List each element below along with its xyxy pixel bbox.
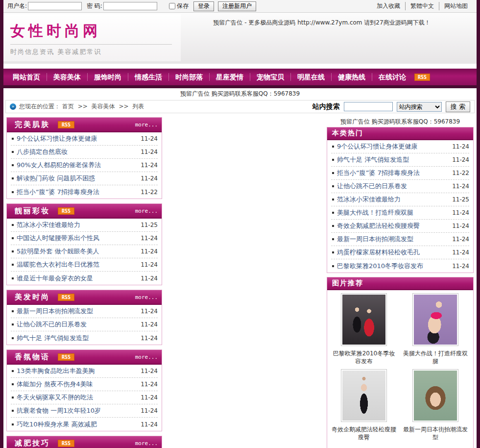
article-row: 拒当小“腹”婆 7招排毒瘦身法 11-22: [11, 185, 158, 199]
nav-item[interactable]: 服饰时尚: [88, 73, 128, 81]
breadcrumb-current[interactable]: 列表: [132, 103, 144, 110]
sidebar-ad-text[interactable]: 预留广告位 购买源码联系客服QQ：5967839: [327, 117, 474, 127]
photo-hairstyle[interactable]: [412, 369, 458, 422]
article-link[interactable]: 中国达人时髦腰带系出个性风: [17, 232, 99, 245]
more-link[interactable]: more...: [135, 294, 158, 300]
rss-badge[interactable]: RSS: [58, 294, 74, 301]
rss-badge[interactable]: RSS: [58, 121, 74, 128]
hot-article-row: 最新一周日本街拍潮流发型 11-24: [331, 233, 469, 246]
site-logo[interactable]: 女性时尚网: [10, 21, 181, 41]
article-link[interactable]: 90%女人都易犯的催老保养法: [17, 159, 101, 172]
bullet-icon: [12, 410, 14, 412]
article-link[interactable]: 13类丰胸食品吃出丰盈美胸: [17, 365, 95, 377]
photo-leg-workout[interactable]: [412, 293, 458, 346]
topbar-link[interactable]: 加入收藏: [372, 2, 405, 10]
article-date: 11-22: [138, 186, 158, 199]
rss-badge[interactable]: RSS: [58, 440, 74, 447]
more-link[interactable]: more...: [135, 122, 158, 128]
article-link[interactable]: 谁是近十年最会穿衣的女星: [17, 272, 93, 285]
hot-article-row: 9个公认坏习惯让身体更健康 11-24: [331, 140, 469, 153]
breadcrumb-home-link[interactable]: 首页: [62, 103, 74, 110]
more-link[interactable]: more...: [135, 208, 158, 214]
article-link[interactable]: 奇效企鹅减肥法轻松瘦腰瘦臀: [337, 220, 420, 232]
article-link[interactable]: 9个公认坏习惯让身体更健康: [337, 140, 417, 153]
password-input[interactable]: [103, 2, 157, 10]
nav-item[interactable]: 网站首页: [6, 73, 47, 81]
article-link[interactable]: 让他心跳不已的日系卷发: [17, 318, 87, 331]
rss-badge[interactable]: RSS: [58, 353, 74, 361]
logo-divider: [10, 44, 172, 45]
site-header: 女性时尚网 时尚信息资讯 美容减肥常识 预留广告位 - 更多极品商业源码 htt…: [3, 13, 477, 64]
breadcrumb-category-link[interactable]: 美容美体: [92, 103, 115, 110]
article-link[interactable]: 美腿大作战！打造纤瘦双腿: [337, 206, 413, 219]
rss-badge[interactable]: RSS: [58, 207, 74, 215]
article-link[interactable]: 5款明星外套 做个靓眼冬美人: [17, 245, 99, 258]
article-link[interactable]: 鸡蛋柠檬家居材料轻松收毛孔: [337, 246, 420, 259]
article-link[interactable]: 抗衰老食物 一周1次年轻10岁: [17, 404, 101, 417]
hot-box-title: 本类热门: [332, 129, 363, 138]
bullet-icon: [332, 225, 334, 227]
article-link[interactable]: 解读热门药妆 问题肌不困惑: [17, 172, 95, 185]
article-link[interactable]: 八步搞定自然底妆: [17, 146, 68, 158]
nav-item[interactable]: 在线讨论: [372, 73, 412, 81]
article-link[interactable]: 巧吃10种瘦身水果 高效减肥: [17, 418, 97, 431]
pic-caption-link[interactable]: 奇效企鹅减肥法轻松瘦腰瘦臀: [328, 425, 400, 441]
nav-item[interactable]: 宠物宝贝: [250, 73, 291, 81]
pic-caption-link[interactable]: 最新一周日本街拍潮流发型: [400, 425, 471, 441]
pic-caption-link[interactable]: 美腿大作战！打造纤瘦双腿: [400, 349, 471, 365]
header-ad-text[interactable]: 预留广告位 - 更多极品商业源码 http://www.27ym.com 请到2…: [185, 19, 459, 27]
article-date: 11-24: [449, 153, 469, 166]
register-button[interactable]: 注册新用户: [218, 1, 256, 11]
article-link[interactable]: 温暖驼色大衣衬出冬日优雅范: [17, 258, 99, 271]
article-link[interactable]: 让他心跳不已的日系卷发: [337, 180, 407, 193]
article-row: 范冰冰小宋佳谁最给力 11-25: [11, 219, 158, 232]
topbar-link[interactable]: 网站地图: [439, 2, 473, 10]
search-scope-select[interactable]: 站内搜索: [397, 102, 442, 112]
nav-item[interactable]: 明星在线: [291, 73, 332, 81]
remember-checkbox[interactable]: [169, 3, 175, 9]
nav-item[interactable]: 时尚部落: [169, 73, 210, 81]
article-link[interactable]: 最新一周日本街拍潮流发型: [17, 305, 93, 318]
nav-item[interactable]: 健康热线: [332, 73, 372, 81]
password-label: 密 码:: [87, 2, 102, 10]
search-input[interactable]: [344, 102, 393, 111]
article-link[interactable]: 范冰冰小宋佳谁最给力: [337, 193, 401, 206]
nav-item[interactable]: 星座爱情: [210, 73, 250, 81]
article-link[interactable]: 范冰冰小宋佳谁最给力: [17, 219, 80, 231]
article-link[interactable]: 最新一周日本街拍潮流发型: [337, 233, 413, 246]
photo-loreal-event[interactable]: [341, 293, 387, 346]
search-button[interactable]: 搜 索: [446, 101, 470, 112]
username-input[interactable]: [28, 2, 82, 10]
login-button[interactable]: 登录: [193, 1, 214, 11]
article-link[interactable]: 拒当小“腹”婆 7招排毒瘦身法: [17, 186, 99, 199]
article-link[interactable]: 拒当小“腹”婆 7招排毒瘦身法: [337, 167, 420, 179]
photo-black-dress[interactable]: [341, 369, 387, 422]
hot-article-row: 美腿大作战！打造纤瘦双腿 11-24: [331, 206, 469, 220]
nav-items: 网站首页美容美体服饰时尚情感生活时尚部落星座爱情宠物宝贝明星在线健康热线在线讨论: [6, 73, 412, 81]
more-link[interactable]: more...: [135, 440, 158, 447]
article-link[interactable]: 体能加分 熬夜不伤身4美味: [17, 378, 93, 391]
bullet-icon: [12, 151, 14, 153]
article-link[interactable]: 9个公认坏习惯让身体更健康: [17, 132, 97, 145]
bullet-icon: [12, 191, 14, 193]
nav-item[interactable]: 情感生活: [128, 73, 169, 81]
topbar-link[interactable]: 繁體中文: [405, 2, 439, 10]
ad-banner[interactable]: 预留广告位 购买源码联系客服QQ：5967839: [3, 88, 477, 99]
article-link[interactable]: 巴黎欧莱雅2010冬季妆容发布: [337, 260, 423, 273]
site-search: 站内搜索 站内搜索 搜 索: [312, 101, 470, 112]
article-date: 11-24: [138, 418, 158, 431]
breadcrumb-label: 您现在的位置：: [19, 103, 60, 110]
article-link[interactable]: 冬天火锅驱寒又不胖的吃法: [17, 391, 93, 404]
nav-rss-badge[interactable]: RSS: [414, 74, 430, 81]
article-link[interactable]: 帅气十足 洋气俏短发造型: [337, 153, 409, 166]
article-date: 11-24: [138, 318, 158, 331]
article-row: 5款明星外套 做个靓眼冬美人 11-24: [11, 245, 158, 258]
page: 用户名: 密 码: 保存 登录 注册新用户 加入收藏繁體中文网站地图 女性时尚网…: [0, 0, 480, 448]
more-link[interactable]: more...: [135, 354, 158, 360]
article-link[interactable]: 帅气十足 洋气俏短发造型: [17, 332, 89, 345]
pics-box: 图片推荐 巴黎欧莱雅2010冬季妆容发布 美腿大作战！打造纤瘦双腿: [327, 277, 474, 448]
nav-item[interactable]: 美容美体: [47, 73, 88, 81]
pic-caption-link[interactable]: 巴黎欧莱雅2010冬季妆容发布: [328, 349, 400, 365]
sidebar: 预留广告位 购买源码联系客服QQ：5967839 本类热门 9个公认坏习惯让身体…: [327, 117, 474, 448]
box-title: 香氛物语: [15, 352, 50, 362]
